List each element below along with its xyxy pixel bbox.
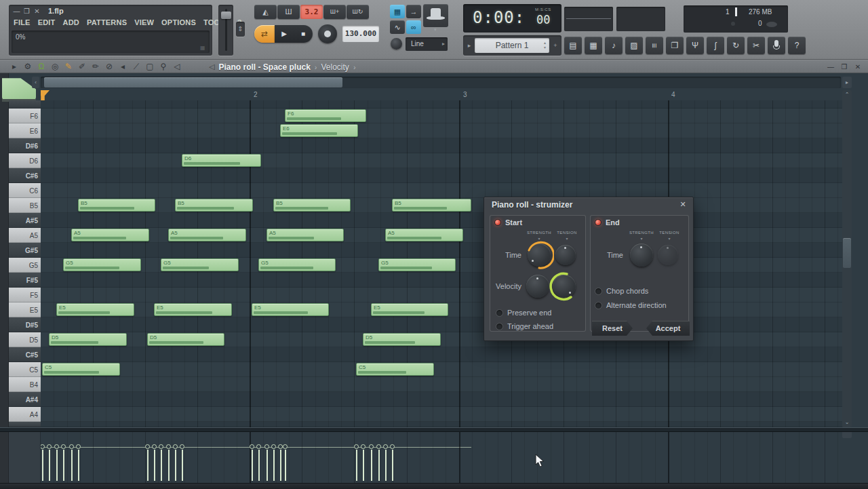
- piano-key-ds6[interactable]: D#6: [9, 138, 41, 153]
- piano-key-c5[interactable]: C5: [9, 362, 41, 377]
- midi-note-c5[interactable]: C5: [42, 363, 120, 376]
- hscroll-right-icon[interactable]: ▸: [842, 77, 852, 88]
- play-button[interactable]: ▶: [275, 25, 294, 43]
- strumizer-dialog[interactable]: Piano roll - strumizer ✕ Start STRENGTH …: [484, 197, 694, 341]
- midi-note-e5[interactable]: E5: [154, 303, 232, 316]
- pr-close-icon[interactable]: ✕: [853, 62, 863, 71]
- piano-key-e6[interactable]: E6: [9, 123, 41, 138]
- midi-note-d5[interactable]: D5: [49, 333, 127, 346]
- precount-display[interactable]: 3.2: [300, 5, 323, 19]
- midi-note-b5[interactable]: B5: [392, 199, 471, 212]
- alternate-direction-checkbox[interactable]: Alternate direction: [595, 301, 667, 309]
- horizontal-scroll-handle[interactable]: [44, 77, 342, 87]
- end-time-strength-knob[interactable]: [630, 243, 653, 267]
- piano-key-d5[interactable]: D5: [9, 332, 41, 347]
- midi-note-a5[interactable]: A5: [267, 229, 344, 241]
- playlist-icon[interactable]: ▤: [564, 37, 582, 54]
- midi-note-b5[interactable]: B5: [175, 199, 253, 212]
- pattern-song-toggle[interactable]: ⇄: [254, 25, 275, 43]
- velocity-spike-cap[interactable]: [278, 444, 283, 449]
- piano-key-as4[interactable]: A#4: [9, 392, 41, 407]
- hscroll-left-icon[interactable]: ‹: [32, 77, 39, 88]
- help-icon[interactable]: ?: [788, 37, 806, 54]
- hat-caret-icon[interactable]: ▾: [434, 27, 437, 33]
- menu-item-add[interactable]: ADD: [63, 18, 79, 26]
- velocity-spike-cap[interactable]: [264, 444, 269, 449]
- sync-icon[interactable]: ↻: [727, 37, 745, 54]
- timeline-ruler[interactable]: 234: [41, 90, 842, 100]
- preserve-end-checkbox[interactable]: Preserve end: [496, 309, 551, 317]
- velocity-spike[interactable]: [63, 450, 64, 481]
- performance-hat-icon[interactable]: [423, 4, 448, 27]
- velocity-lane-splitter[interactable]: [0, 427, 868, 432]
- loop-record-icon[interactable]: Ш↻: [347, 5, 369, 19]
- start-led-icon[interactable]: [494, 219, 501, 226]
- vertical-scrollbar[interactable]: ⌃ ⌄: [842, 90, 852, 427]
- velocity-spike[interactable]: [371, 450, 372, 481]
- piano-key-c6[interactable]: C6: [9, 183, 41, 198]
- piano-key-e5[interactable]: E5: [9, 302, 41, 317]
- midi-note-d6[interactable]: D6: [182, 154, 261, 167]
- piano-key-cs6[interactable]: C#6: [9, 168, 41, 183]
- slice-tool-icon[interactable]: ⟋: [132, 61, 141, 73]
- menu-arrow-icon[interactable]: ▸: [9, 61, 19, 73]
- pattern-prev-icon[interactable]: ▸: [465, 40, 473, 51]
- trigger-ahead-checkbox[interactable]: Trigger ahead: [496, 322, 553, 330]
- chop-chords-checkbox[interactable]: Chop chords: [595, 287, 648, 295]
- pattern-add-icon[interactable]: +: [551, 40, 559, 51]
- velocity-spike[interactable]: [154, 450, 155, 481]
- velocity-spike-cap[interactable]: [250, 444, 254, 449]
- midi-note-f6[interactable]: F6: [285, 109, 366, 122]
- pitch-nudge-control[interactable]: ⇕: [236, 22, 245, 37]
- midi-note-g5[interactable]: G5: [378, 258, 456, 271]
- start-marker-icon[interactable]: [41, 90, 50, 100]
- target-control-label[interactable]: Velocity: [321, 62, 349, 72]
- midi-note-a5[interactable]: A5: [385, 229, 463, 241]
- piano-key-b4[interactable]: B4: [9, 377, 41, 392]
- start-velocity-tension-knob[interactable]: [553, 275, 576, 298]
- vscroll-down-icon[interactable]: ⌄: [842, 418, 852, 427]
- velocity-spike[interactable]: [42, 450, 43, 481]
- velocity-spike[interactable]: [258, 450, 260, 481]
- velocity-spike-cap[interactable]: [369, 444, 374, 449]
- browser-icon[interactable]: ❐: [666, 37, 684, 54]
- horizontal-scrollbar[interactable]: [41, 77, 841, 88]
- reset-button[interactable]: Reset: [592, 321, 633, 336]
- pr-maximize-icon[interactable]: ❒: [840, 62, 849, 71]
- menu-item-options[interactable]: OPTIONS: [161, 18, 196, 26]
- start-velocity-strength-knob[interactable]: [526, 275, 549, 298]
- smoothness-knob[interactable]: [391, 38, 402, 50]
- velocity-spike-cap[interactable]: [354, 444, 359, 449]
- channel-rack-icon[interactable]: ▦: [585, 37, 602, 54]
- piano-key-f5[interactable]: F5: [9, 288, 41, 302]
- velocity-spike[interactable]: [175, 450, 176, 481]
- velocity-spike[interactable]: [273, 450, 275, 481]
- velocity-spike[interactable]: [378, 450, 380, 481]
- plugin-icon[interactable]: Ψ: [686, 37, 704, 54]
- midi-note-a5[interactable]: A5: [71, 229, 149, 241]
- velocity-spike[interactable]: [78, 450, 79, 481]
- velocity-spike-cap[interactable]: [166, 444, 171, 449]
- piano-key-d6[interactable]: D6: [9, 153, 41, 168]
- stop-button[interactable]: ■: [294, 25, 313, 43]
- link-notes-icon[interactable]: ∞: [406, 20, 421, 34]
- zoom-tool-icon[interactable]: ⚲: [159, 61, 168, 73]
- cut-tool-icon[interactable]: ✂: [747, 37, 765, 54]
- velocity-spike-cap[interactable]: [283, 444, 288, 449]
- piano-key-g5[interactable]: G5: [9, 258, 41, 273]
- menu-item-file[interactable]: FILE: [14, 18, 31, 26]
- velocity-spike-cap[interactable]: [69, 444, 74, 449]
- velocity-spike[interactable]: [285, 450, 286, 481]
- accept-button[interactable]: Accept: [646, 321, 690, 336]
- velocity-spike-cap[interactable]: [390, 444, 395, 449]
- velocity-spike-cap[interactable]: [76, 444, 81, 449]
- piano-key-ds5[interactable]: D#5: [9, 317, 41, 332]
- velocity-spike-cap[interactable]: [180, 444, 184, 449]
- piano-key-a4[interactable]: A4: [9, 407, 41, 422]
- app-close-icon[interactable]: ✕: [33, 7, 41, 16]
- piano-key-gs5[interactable]: G#5: [9, 243, 41, 258]
- slide-notes-icon[interactable]: ∿: [390, 20, 405, 34]
- midi-note-e5[interactable]: E5: [252, 303, 329, 316]
- velocity-spike-cap[interactable]: [173, 444, 178, 449]
- mute-tool-icon[interactable]: ◂: [118, 61, 127, 73]
